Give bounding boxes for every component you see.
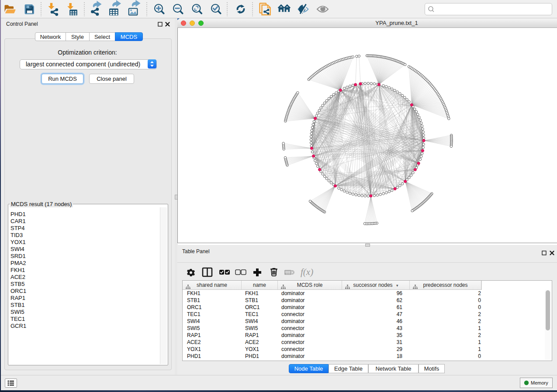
svg-text:f(x): f(x) [301,267,313,277]
svg-text:Memory: Memory [531,380,548,385]
